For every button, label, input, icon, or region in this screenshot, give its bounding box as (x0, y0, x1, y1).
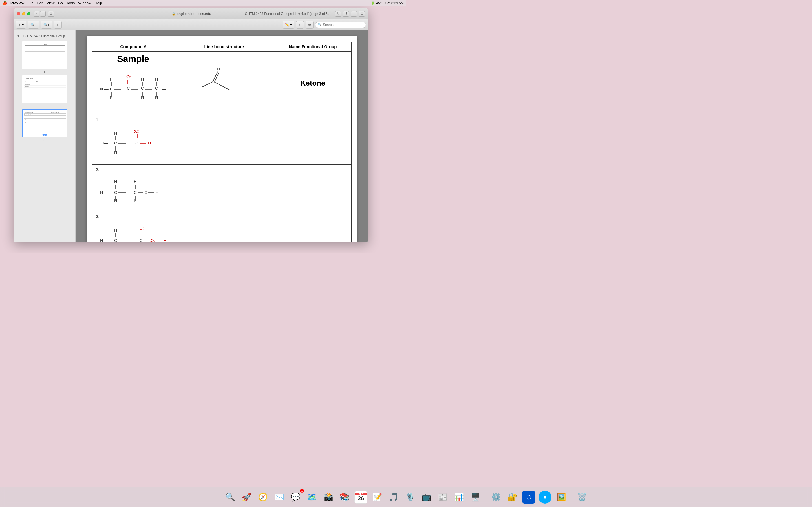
pdf-page: Compound # Line bond structure Name Func… (87, 36, 357, 242)
close-button[interactable] (17, 12, 20, 15)
svg-text:CHEM 2423: CHEM 2423 (26, 111, 33, 113)
compound-2: 2. H H (93, 165, 174, 212)
svg-line-60 (202, 82, 213, 87)
zoom-out-button[interactable]: 🔍− (28, 21, 39, 29)
svg-text:H: H (110, 77, 113, 81)
page-thumb-label-3: 3 (43, 138, 45, 142)
svg-text:H: H (114, 179, 117, 184)
menu-view[interactable]: View (47, 1, 55, 5)
sidebar-doc-title: CHEM 2423 Functional Group... (21, 34, 70, 38)
toolbar: ⊞ ▾ 🔍− 🔍+ ⬆ ✏️ ▾ ↩ ⊕ 🔍 (13, 19, 368, 31)
minimize-button[interactable] (22, 12, 26, 15)
menu-help[interactable]: Help (94, 1, 102, 5)
forward-button[interactable]: › (40, 11, 46, 17)
lewis-structure-3: :O: H H— (96, 219, 169, 242)
page-thumb-1[interactable]: Table → 1 (18, 41, 71, 73)
menu-file[interactable]: File (28, 1, 34, 5)
share-button[interactable]: ⬆ (351, 11, 357, 17)
main-content: ▼ CHEM 2423 Functional Group... Table → (13, 31, 368, 242)
compound-sample: Sample H (93, 52, 174, 115)
svg-text:O: O (145, 190, 148, 194)
page-thumb-3[interactable]: CHEM 2423 Report Form Part 1 - Identify … (18, 109, 71, 142)
svg-text:C: C (155, 86, 158, 91)
markup-button[interactable]: ✏️ ▾ (283, 21, 294, 29)
svg-text:C: C (110, 87, 113, 91)
sidebar: ▼ CHEM 2423 Functional Group... Table → (13, 31, 75, 242)
share-toolbar-button[interactable]: ⬆ (54, 21, 62, 29)
table-row-2: 2. H H (93, 165, 352, 212)
zoom-in-button[interactable]: 🔍+ (41, 21, 52, 29)
download-button[interactable]: ⬇ (343, 11, 349, 17)
name-sample: Ketone (274, 52, 351, 115)
svg-text::O:: :O: (150, 238, 155, 242)
menu-window[interactable]: Window (78, 1, 91, 5)
menu-edit[interactable]: Edit (37, 1, 43, 5)
thumb-image-1: Table → (22, 41, 67, 69)
page-thumb-label-1: 1 (43, 70, 45, 73)
ketone-label: Ketone (278, 79, 348, 88)
name-1 (274, 115, 351, 165)
svg-text:H—: H— (101, 141, 108, 145)
compound-3: 3. :O: H (93, 212, 174, 242)
svg-text:H—: H— (100, 238, 107, 242)
apple-menu[interactable]: 🍎 (2, 1, 7, 5)
pdf-viewer[interactable]: Compound # Line bond structure Name Func… (75, 31, 368, 242)
annotation-button[interactable]: ⊕ (306, 21, 313, 29)
line-bond-sample: O (174, 52, 274, 115)
page-thumb-2[interactable]: CHEM 2423 Names: Ether Aldehyde Ketone 2 (18, 75, 71, 108)
lewis-structure-1: :O: H H— (96, 122, 158, 161)
svg-text:O: O (217, 67, 220, 71)
line-bond-3 (174, 212, 274, 242)
line-bond-svg-sample: O (196, 65, 252, 101)
thumb-image-3: CHEM 2423 Report Form Part 1 - Identify … (22, 109, 67, 137)
svg-text:H: H (134, 179, 137, 184)
search-input[interactable] (323, 23, 362, 27)
back-button[interactable]: ‹ (34, 11, 40, 17)
svg-text:C: C (141, 86, 144, 91)
svg-line-61 (214, 82, 230, 90)
svg-text:H: H (163, 238, 166, 242)
svg-text:H—: H— (101, 87, 108, 91)
app-name[interactable]: Preview (10, 1, 24, 5)
header-name: Name Functional Group (274, 42, 351, 52)
maximize-button[interactable] (27, 12, 31, 15)
active-page-badge: 3 (42, 133, 47, 136)
window-title: 🔒 eagleonline.hccs.edu (146, 11, 238, 16)
svg-text:Names:: Names: (25, 81, 29, 82)
lewis-structure-sample: H C H H— H (96, 66, 166, 112)
svg-text:C: C (114, 190, 117, 194)
svg-text:Sample: Sample (26, 116, 29, 118)
search-box: 🔍 (315, 22, 366, 28)
fullscreen-button[interactable]: ⊡ (359, 11, 365, 17)
menu-go[interactable]: Go (58, 1, 63, 5)
compound-num-2: 2. (96, 167, 170, 172)
rotate-button[interactable]: ↩ (296, 21, 304, 29)
svg-text:—H: —H (162, 87, 166, 91)
preview-window: ‹ › ⊞ 🔒 eagleonline.hccs.edu CHEM 2423 F… (13, 8, 368, 242)
chemistry-table: Compound # Line bond structure Name Func… (92, 42, 352, 242)
chevron-down-icon: ▼ (17, 34, 20, 38)
sidebar-header[interactable]: ▼ CHEM 2423 Functional Group... (15, 33, 74, 40)
name-2 (274, 165, 351, 212)
page-title-bar: CHEM 2423 Functional Groups lab # 4.pdf … (237, 12, 329, 16)
sidebar-toggle-button[interactable]: ⊞ (48, 11, 54, 17)
svg-text::O:: :O: (139, 226, 144, 230)
view-toggle-button[interactable]: ⊞ ▾ (16, 21, 26, 29)
svg-text:Aldehyde: Aldehyde (25, 83, 30, 85)
titlebar: ‹ › ⊞ 🔒 eagleonline.hccs.edu CHEM 2423 F… (13, 8, 368, 19)
svg-text:Ether: Ether (36, 81, 39, 82)
svg-text:H: H (114, 228, 117, 232)
svg-text::O:: :O: (134, 129, 140, 133)
compound-num-1: 1. (96, 117, 170, 122)
table-row-3: 3. :O: H (93, 212, 352, 242)
svg-text:H: H (114, 131, 117, 135)
svg-rect-6 (22, 75, 67, 103)
svg-text:C: C (140, 238, 142, 242)
menu-tools[interactable]: Tools (66, 1, 75, 5)
svg-text:C: C (127, 86, 130, 91)
refresh-button[interactable]: ↻ (335, 11, 341, 17)
svg-text:2.: 2. (26, 122, 26, 123)
header-line-bond: Line bond structure (174, 42, 274, 52)
svg-text:1.: 1. (26, 119, 26, 121)
line-bond-2 (174, 165, 274, 212)
